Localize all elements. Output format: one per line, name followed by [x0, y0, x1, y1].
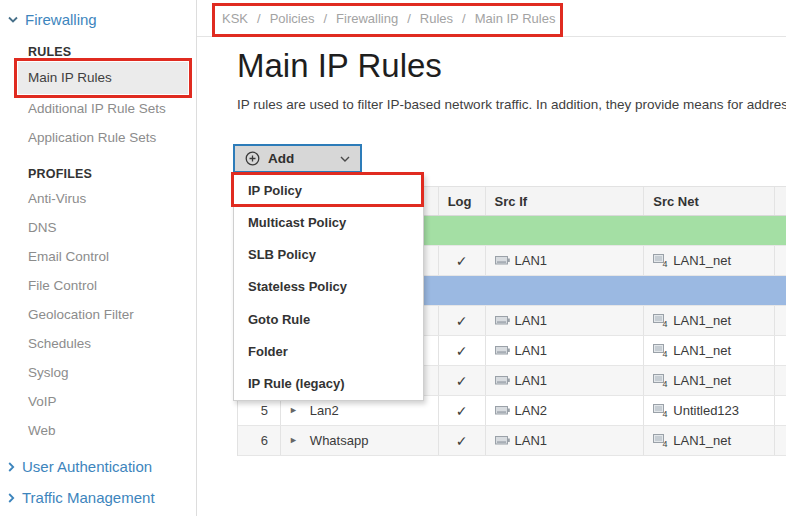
cell-log: ✓: [439, 366, 486, 395]
breadcrumb-item[interactable]: KSK: [222, 11, 248, 26]
sidebar-item-firewalling[interactable]: Firewalling: [8, 8, 196, 30]
src-net-label: LAN1_net: [673, 433, 731, 448]
cell-rule-number: 6: [238, 426, 281, 455]
sidebar-item-traffic-management[interactable]: Traffic Management: [8, 482, 196, 513]
page-title: Main IP Rules: [237, 47, 442, 85]
menu-item-stateless-policy[interactable]: Stateless Policy: [234, 271, 423, 303]
cell-src-if: LAN1: [486, 306, 645, 335]
cell-next-column-sliver: [775, 306, 786, 335]
rule-name-label: Whatsapp: [310, 433, 369, 448]
src-if-label: LAN1: [515, 343, 548, 358]
column-header-src_if[interactable]: Src If: [486, 187, 645, 215]
svg-text:4: 4: [663, 439, 668, 448]
chevron-down-icon: [8, 16, 18, 23]
cell-next-column-sliver: [775, 396, 786, 425]
sidebar-item-file-control[interactable]: File Control: [28, 271, 196, 300]
cell-log: ✓: [439, 336, 486, 365]
chevron-right-icon: [8, 493, 15, 503]
interface-icon: [495, 405, 510, 417]
breadcrumb-item[interactable]: Rules: [420, 11, 453, 26]
ipv4-network-icon: 4: [653, 314, 668, 327]
menu-item-ip-policy[interactable]: IP Policy: [234, 174, 423, 206]
sidebar-item-label: Firewalling: [25, 11, 97, 28]
sidebar-section-header: RULES: [28, 44, 196, 60]
cell-next-column-sliver: [775, 366, 786, 395]
breadcrumb-separator: /: [257, 11, 261, 26]
checkmark-icon: ✓: [456, 253, 468, 269]
sidebar-item-user-authentication[interactable]: User Authentication: [8, 451, 196, 482]
menu-item-multicast-policy[interactable]: Multicast Policy: [234, 206, 423, 238]
ipv4-network-icon: 4: [653, 344, 668, 357]
menu-item-folder[interactable]: Folder: [234, 335, 423, 367]
breadcrumb-item[interactable]: Main IP Rules: [475, 11, 556, 26]
cell-src-if: LAN2: [486, 396, 645, 425]
checkmark-icon: ✓: [456, 403, 468, 419]
sidebar-item-dns[interactable]: DNS: [28, 213, 196, 242]
add-button[interactable]: Add: [233, 144, 362, 173]
svg-text:4: 4: [663, 379, 668, 388]
checkmark-icon: ✓: [456, 433, 468, 449]
cell-src-net: 4LAN1_net: [644, 306, 775, 335]
column-header-src_net[interactable]: Src Net: [644, 187, 775, 215]
add-dropdown-menu: IP PolicyMulticast PolicySLB PolicyState…: [233, 173, 424, 401]
plus-circle-icon: [245, 151, 260, 166]
expand-triangle-icon[interactable]: ►: [289, 406, 298, 415]
sidebar-item-syslog[interactable]: Syslog: [28, 358, 196, 387]
src-if-label: LAN1: [515, 253, 548, 268]
src-net-label: LAN1_net: [673, 343, 731, 358]
sidebar-item-email-control[interactable]: Email Control: [28, 242, 196, 271]
rule-name-label: Lan2: [310, 403, 339, 418]
sidebar-item-schedules[interactable]: Schedules: [28, 329, 196, 358]
sidebar-item-label: Traffic Management: [22, 489, 155, 506]
cell-log: ✓: [439, 306, 486, 335]
sidebar-item-voip[interactable]: VoIP: [28, 387, 196, 416]
src-if-label: LAN1: [515, 313, 548, 328]
chevron-down-icon: [340, 156, 350, 162]
cell-next-column-sliver: [775, 336, 786, 365]
cell-log: ✓: [439, 426, 486, 455]
sidebar-item-additional-ip-rule-sets[interactable]: Additional IP Rule Sets: [28, 94, 196, 123]
menu-item-slb-policy[interactable]: SLB Policy: [234, 239, 423, 271]
cell-src-if: LAN1: [486, 246, 645, 275]
interface-icon: [495, 255, 510, 267]
src-if-label: LAN2: [515, 403, 548, 418]
sidebar-item-anti-virus[interactable]: Anti-Virus: [28, 184, 196, 213]
interface-icon: [495, 315, 510, 327]
breadcrumb-separator: /: [323, 11, 327, 26]
cell-rule-name: ►Whatsapp: [281, 426, 439, 455]
cell-src-if: LAN1: [486, 336, 645, 365]
ipv4-network-icon: 4: [653, 434, 668, 447]
cell-src-net: 4LAN1_net: [644, 336, 775, 365]
cell-src-if: LAN1: [486, 366, 645, 395]
src-net-label: LAN1_net: [673, 373, 731, 388]
table-row[interactable]: 6►Whatsapp✓ LAN1 4LAN1_net: [238, 426, 786, 456]
breadcrumb-separator: /: [462, 11, 466, 26]
column-header-log[interactable]: Log: [439, 187, 486, 215]
checkmark-icon: ✓: [456, 343, 468, 359]
menu-item-goto-rule[interactable]: Goto Rule: [234, 303, 423, 335]
breadcrumb-item[interactable]: Firewalling: [336, 11, 398, 26]
sidebar-item-geolocation-filter[interactable]: Geolocation Filter: [28, 300, 196, 329]
cell-next-column-sliver: [775, 246, 786, 275]
breadcrumb: KSK/Policies/Firewalling/Rules/Main IP R…: [197, 0, 786, 37]
sidebar-item-main-ip-rules[interactable]: Main IP Rules: [18, 62, 188, 94]
sidebar-item-application-rule-sets[interactable]: Application Rule Sets: [28, 123, 196, 152]
menu-item-ip-rule-legacy[interactable]: IP Rule (legacy): [234, 368, 423, 400]
cell-log: ✓: [439, 396, 486, 425]
column-header-extra[interactable]: [775, 187, 786, 215]
sidebar-item-web[interactable]: Web: [28, 416, 196, 445]
sidebar-section-header: PROFILES: [28, 166, 196, 182]
src-if-label: LAN1: [515, 373, 548, 388]
src-net-label: LAN1_net: [673, 313, 731, 328]
src-if-label: LAN1: [515, 433, 548, 448]
checkmark-icon: ✓: [456, 373, 468, 389]
cell-src-net: 4Untitled123: [644, 396, 775, 425]
expand-triangle-icon[interactable]: ►: [289, 436, 298, 445]
page-description: IP rules are used to filter IP-based net…: [237, 97, 786, 112]
breadcrumb-item[interactable]: Policies: [270, 11, 315, 26]
svg-text:4: 4: [663, 319, 668, 328]
interface-icon: [495, 435, 510, 447]
svg-text:4: 4: [663, 409, 668, 418]
ipv4-network-icon: 4: [653, 254, 668, 267]
checkmark-icon: ✓: [456, 313, 468, 329]
